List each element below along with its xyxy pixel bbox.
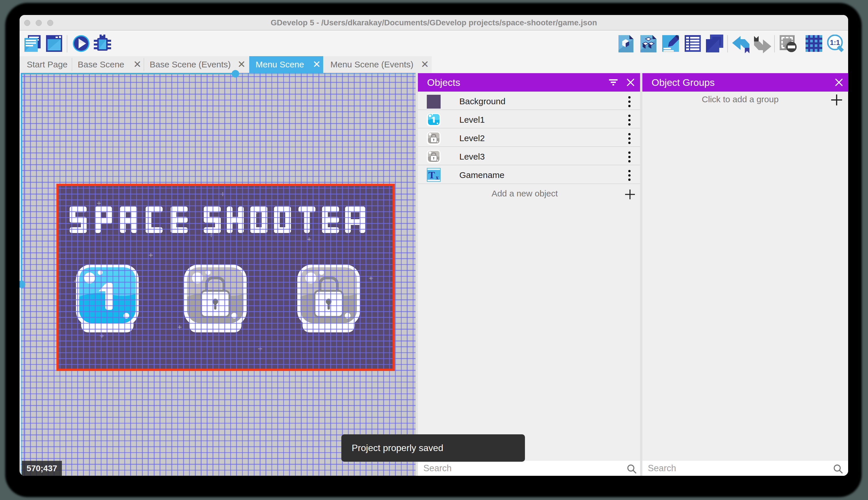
svg-text:T: T <box>429 170 435 180</box>
svg-text:1:1: 1:1 <box>830 38 840 46</box>
svg-text:x: x <box>436 174 438 181</box>
